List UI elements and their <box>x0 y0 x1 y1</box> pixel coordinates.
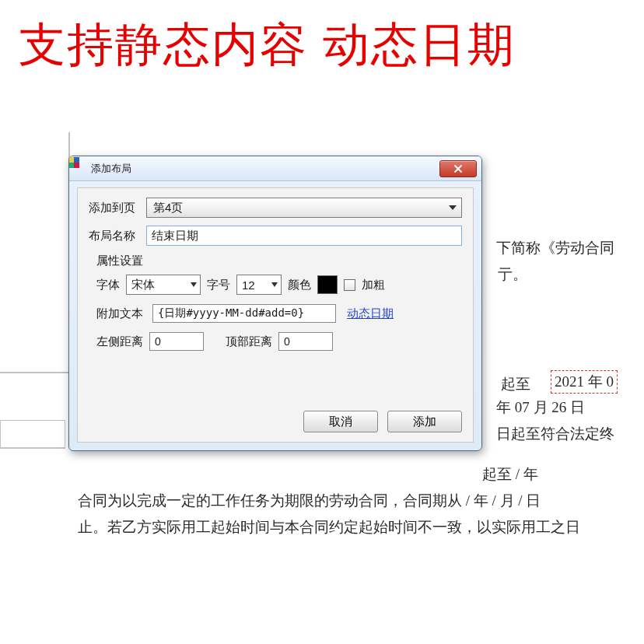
doc-snippet: 起至 <box>501 374 530 394</box>
font-select[interactable]: 宋体 <box>126 275 201 295</box>
doc-line: 合同为以完成一定的工作任务为期限的劳动合同，合同期从 / 年 / 月 / 日 <box>78 491 541 511</box>
chevron-down-icon <box>191 282 197 287</box>
doc-snippet: 起至 / 年 <box>482 464 538 485</box>
doc-snippet: 日起至符合法定终 <box>496 424 614 444</box>
app-icon <box>74 163 86 175</box>
label-add-to-page: 添加到页 <box>89 201 146 215</box>
font-size-select[interactable]: 12 <box>236 275 282 295</box>
extra-text-input[interactable]: {日期#yyyy-MM-dd#add=0} <box>152 304 336 323</box>
color-picker[interactable] <box>317 275 338 294</box>
top-distance-value: 0 <box>284 335 290 348</box>
ruler-edge-h <box>0 372 68 373</box>
extra-text-value: {日期#yyyy-MM-dd#add=0} <box>158 306 304 320</box>
label-font: 字体 <box>96 278 120 292</box>
page-select[interactable]: 第4页 <box>146 198 462 218</box>
doc-snippet: 亍。 <box>498 264 527 285</box>
label-font-size: 字号 <box>207 278 230 292</box>
label-left-distance: 左侧距离 <box>96 334 143 349</box>
chevron-down-icon <box>449 205 457 210</box>
chevron-down-icon <box>271 282 278 287</box>
dynamic-date-link[interactable]: 动态日期 <box>347 306 394 321</box>
top-distance-input[interactable]: 0 <box>278 332 333 351</box>
doc-snippet: 年 07 月 26 日 <box>496 397 585 418</box>
font-size-value: 12 <box>242 278 255 292</box>
close-icon <box>453 164 463 173</box>
dialog-body: 添加到页 第4页 布局名称 结束日期 属性设置 字体 宋体 字号 12 <box>77 187 474 443</box>
layout-name-input[interactable]: 结束日期 <box>146 226 462 246</box>
dialog-title: 添加布局 <box>91 162 131 176</box>
bold-checkbox[interactable] <box>344 279 355 291</box>
label-top-distance: 顶部距离 <box>226 334 272 349</box>
layout-name-value: 结束日期 <box>152 229 198 243</box>
font-select-value: 宋体 <box>131 278 155 292</box>
dialog-titlebar: 添加布局 <box>69 156 481 181</box>
close-button[interactable] <box>439 160 477 177</box>
date-field-highlight: 2021 年 0 <box>551 370 618 394</box>
panel-outline <box>0 420 65 448</box>
add-layout-dialog: 添加布局 添加到页 第4页 布局名称 结束日期 属性设置 字体 宋体 <box>68 156 482 451</box>
page-select-value: 第4页 <box>153 201 183 215</box>
add-button[interactable]: 添加 <box>387 411 462 432</box>
doc-line: 止。若乙方实际用工起始时间与本合同约定起始时间不一致，以实际用工之日 <box>78 517 580 537</box>
label-layout-name: 布局名称 <box>89 229 146 243</box>
cancel-button[interactable]: 取消 <box>303 411 378 432</box>
label-property-group: 属性设置 <box>96 254 462 268</box>
headline: 支持静态内容 动态日期 <box>19 14 516 77</box>
left-distance-value: 0 <box>155 335 161 348</box>
left-distance-input[interactable]: 0 <box>149 332 204 351</box>
label-bold: 加粗 <box>362 278 385 292</box>
doc-snippet: 下简称《劳动合同 <box>496 238 614 258</box>
label-extra-text: 附加文本 <box>96 306 146 321</box>
label-color: 颜色 <box>288 278 311 292</box>
